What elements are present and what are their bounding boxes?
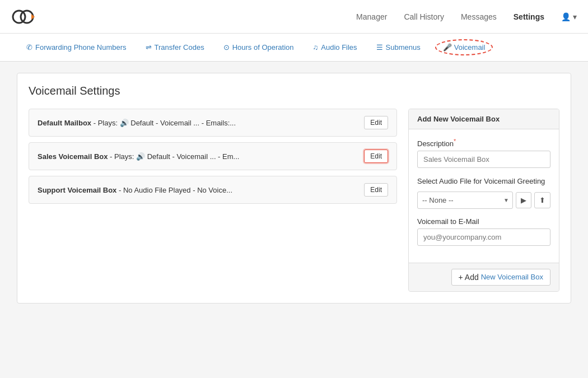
nav-settings[interactable]: Settings [514, 12, 544, 21]
tab-transfer[interactable]: ⇌ Transfer Codes [136, 35, 214, 60]
music-icon: ♫ [313, 43, 319, 52]
audio-select[interactable]: -- None -- [417, 192, 513, 209]
page-title: Voicemail Settings [29, 85, 559, 97]
tab-audio[interactable]: ♫ Audio Files [304, 35, 367, 60]
voicemail-item-3-detail: - No Audio File Played - No Voice... [116, 186, 232, 194]
tab-submenus[interactable]: ☰ Submenus [367, 35, 430, 60]
phone-icon: ✆ [26, 43, 32, 52]
tab-voicemail[interactable]: 🎤 Voicemail [430, 39, 498, 56]
main-content: Voicemail Settings Default Mailbox - Pla… [0, 62, 588, 378]
email-input[interactable] [417, 228, 550, 246]
voicemail-list: Default Mailbox - Plays: 🔊 Default - Voi… [29, 109, 397, 204]
user-icon: 👤 [561, 12, 571, 21]
list-icon: ☰ [376, 43, 383, 52]
logo-icon [11, 5, 35, 29]
voicemail-item-2-text: Sales Voicemail Box - Plays: 🔊 Default -… [38, 152, 358, 161]
header: Manager Call History Messages Settings 👤… [0, 0, 588, 34]
content-card: Voicemail Settings Default Mailbox - Pla… [17, 73, 571, 304]
clock-icon: ⊙ [223, 43, 230, 52]
user-menu[interactable]: 👤 ▾ [561, 12, 577, 21]
edit-button-2[interactable]: Edit [364, 150, 388, 163]
voicemail-item-2: Sales Voicemail Box - Plays: 🔊 Default -… [29, 142, 397, 170]
audio-label: Select Audio File for Voicemail Greeting [417, 176, 550, 186]
voicemail-item-2-name: Sales Voicemail Box [38, 152, 108, 161]
mic-icon: 🎤 [443, 43, 452, 52]
plus-icon: + Add [459, 273, 479, 282]
play-button[interactable]: ▶ [516, 192, 531, 208]
play-icon: ▶ [521, 196, 526, 204]
upload-icon: ⬆ [539, 196, 545, 204]
voicemail-item-3-text: Support Voicemail Box - No Audio File Pl… [38, 186, 358, 194]
voicemail-item-3-name: Support Voicemail Box [38, 186, 116, 194]
user-chevron-icon: ▾ [573, 12, 577, 21]
voicemail-item-2-detail: - Plays: 🔊 Default - Voicemail ... - Em.… [108, 152, 240, 161]
add-panel-body: Description* Select Audio File for Voice… [409, 129, 559, 263]
email-label: Voicemail to E-Mail [417, 217, 550, 226]
add-button-label: New Voicemail Box [481, 273, 543, 281]
add-panel-header: Add New Voicemail Box [409, 109, 559, 129]
voicemail-item-3: Support Voicemail Box - No Audio File Pl… [29, 176, 397, 204]
voicemail-circle: 🎤 Voicemail [435, 39, 493, 55]
sub-nav: ✆ Forwarding Phone Numbers ⇌ Transfer Co… [0, 34, 588, 62]
audio-select-wrapper: -- None -- ▼ [417, 192, 513, 209]
voicemail-item-1-detail: - Plays: 🔊 Default - Voicemail ... - Ema… [91, 119, 236, 127]
audio-select-row: -- None -- ▼ ▶ ⬆ [417, 192, 550, 209]
voicemail-item-1-name: Default Mailbox [38, 119, 91, 127]
logo [11, 5, 35, 29]
content-layout: Default Mailbox - Plays: 🔊 Default - Voi… [29, 109, 559, 292]
main-nav: Manager Call History Messages Settings 👤… [356, 12, 577, 21]
nav-call-history[interactable]: Call History [404, 12, 444, 21]
voicemail-item-1: Default Mailbox - Plays: 🔊 Default - Voi… [29, 109, 397, 137]
edit-button-1[interactable]: Edit [364, 116, 388, 129]
nav-messages[interactable]: Messages [461, 12, 497, 21]
description-input[interactable] [417, 151, 550, 168]
tab-forwarding[interactable]: ✆ Forwarding Phone Numbers [17, 35, 136, 60]
upload-button[interactable]: ⬆ [534, 192, 550, 208]
tab-hours[interactable]: ⊙ Hours of Operation [214, 35, 304, 60]
description-label: Description* [417, 138, 550, 148]
add-voicemail-box-button[interactable]: + Add New Voicemail Box [451, 269, 550, 286]
nav-manager[interactable]: Manager [356, 12, 387, 21]
transfer-icon: ⇌ [146, 43, 152, 52]
add-voicemail-panel: Add New Voicemail Box Description* Selec… [408, 109, 559, 292]
edit-button-3[interactable]: Edit [364, 183, 388, 197]
add-panel-footer: + Add New Voicemail Box [409, 263, 559, 291]
voicemail-item-1-text: Default Mailbox - Plays: 🔊 Default - Voi… [38, 119, 358, 127]
svg-point-1 [21, 11, 33, 23]
